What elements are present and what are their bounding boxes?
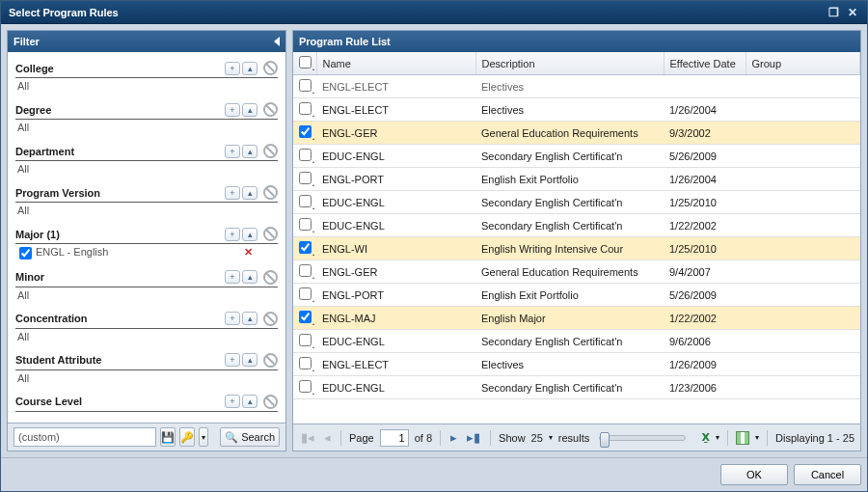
row-checkbox[interactable] bbox=[299, 357, 312, 369]
table-row[interactable]: ENGL-MAJEnglish Major1/22/2002 bbox=[293, 307, 860, 330]
clear-filter-icon[interactable] bbox=[263, 102, 278, 117]
clear-filter-icon[interactable] bbox=[263, 353, 278, 368]
filter-group-label: Concentration bbox=[15, 313, 88, 324]
add-filter-icon[interactable]: + bbox=[225, 103, 240, 117]
row-checkbox[interactable] bbox=[299, 149, 312, 161]
filter-group-header: Department+▴ bbox=[15, 141, 278, 161]
clear-filter-icon[interactable] bbox=[263, 270, 278, 285]
table-row[interactable]: ENGL-PORTEnglish Exit Portfolio1/26/2004 bbox=[293, 168, 860, 191]
clear-filter-icon[interactable] bbox=[263, 61, 278, 75]
expand-filter-icon[interactable]: ▴ bbox=[242, 312, 258, 325]
row-checkbox[interactable] bbox=[299, 241, 312, 254]
row-checkbox[interactable] bbox=[299, 79, 312, 92]
next-page-icon[interactable]: ▸ bbox=[448, 430, 459, 445]
collapse-panel-icon[interactable] bbox=[274, 37, 280, 46]
column-header-description[interactable]: Description bbox=[475, 52, 664, 75]
ok-button[interactable]: OK bbox=[720, 464, 788, 485]
table-row[interactable]: EDUC-ENGLSecondary English Certificat'n1… bbox=[293, 214, 860, 237]
export-menu-icon[interactable]: ▾ bbox=[716, 433, 719, 442]
table-row[interactable]: ENGL-ELECTElectives bbox=[293, 75, 860, 98]
add-filter-icon[interactable]: + bbox=[225, 145, 240, 158]
first-page-icon[interactable]: ▮◂ bbox=[299, 430, 316, 445]
select-all-checkbox[interactable] bbox=[299, 56, 312, 68]
expand-filter-icon[interactable]: ▴ bbox=[242, 62, 258, 75]
save-preset-icon[interactable]: 💾 bbox=[160, 427, 176, 447]
expand-filter-icon[interactable]: ▴ bbox=[242, 145, 258, 158]
row-checkbox[interactable] bbox=[299, 264, 312, 277]
filter-group-value: All bbox=[15, 203, 278, 220]
page-size-menu-icon[interactable]: ▾ bbox=[549, 433, 553, 442]
row-checkbox[interactable] bbox=[299, 218, 312, 231]
page-input[interactable] bbox=[380, 429, 409, 447]
clear-filter-icon[interactable] bbox=[263, 227, 278, 241]
table-row[interactable]: EDUC-ENGLSecondary English Certificat'n9… bbox=[293, 330, 860, 353]
add-filter-icon[interactable]: + bbox=[225, 62, 240, 75]
columns-menu-icon[interactable]: ▾ bbox=[755, 433, 759, 442]
column-header-effective-date[interactable]: Effective Date bbox=[664, 52, 746, 75]
expand-filter-icon[interactable]: ▴ bbox=[242, 103, 258, 117]
maximize-icon[interactable]: ❐ bbox=[827, 6, 840, 19]
cell-name: ENGL-GER bbox=[316, 260, 475, 284]
filter-group-label: Minor bbox=[15, 271, 44, 283]
page-size-value[interactable]: 25 bbox=[531, 432, 543, 444]
row-checkbox[interactable] bbox=[299, 195, 312, 207]
add-filter-icon[interactable]: + bbox=[225, 186, 240, 200]
row-checkbox[interactable] bbox=[299, 172, 312, 184]
table-row[interactable]: ENGL-GERGeneral Education Requirements9/… bbox=[293, 260, 860, 284]
expand-filter-icon[interactable]: ▴ bbox=[242, 270, 258, 284]
table-row[interactable]: ENGL-WIEnglish Writing Intensive Cour1/2… bbox=[293, 237, 860, 260]
table-row[interactable]: EDUC-ENGLSecondary English Certificat'n5… bbox=[293, 145, 860, 168]
add-filter-icon[interactable]: + bbox=[225, 312, 240, 325]
last-page-icon[interactable]: ▸▮ bbox=[465, 430, 482, 445]
expand-filter-icon[interactable]: ▴ bbox=[242, 395, 258, 408]
clear-filter-icon[interactable] bbox=[263, 185, 278, 200]
table-row[interactable]: ENGL-GERGeneral Education Requirements9/… bbox=[293, 122, 860, 145]
expand-filter-icon[interactable]: ▴ bbox=[242, 353, 258, 367]
row-checkbox[interactable] bbox=[299, 287, 312, 300]
row-checkbox[interactable] bbox=[299, 334, 312, 346]
add-filter-icon[interactable]: + bbox=[225, 270, 240, 284]
expand-filter-icon[interactable]: ▴ bbox=[242, 186, 258, 200]
filter-group-value: All bbox=[15, 370, 278, 388]
clear-filter-icon[interactable] bbox=[263, 395, 278, 409]
filter-group-value: All bbox=[15, 161, 278, 178]
results-slider[interactable] bbox=[599, 435, 686, 441]
table-row[interactable]: ENGL-ELECTElectives1/26/2004 bbox=[293, 98, 860, 122]
add-filter-icon[interactable]: + bbox=[225, 353, 240, 367]
open-preset-icon[interactable]: 🔑 bbox=[179, 427, 195, 447]
column-header-checkbox[interactable] bbox=[293, 52, 316, 75]
table-scroll-area[interactable]: Name Description Effective Date Group EN… bbox=[293, 52, 860, 406]
row-checkbox[interactable] bbox=[299, 380, 312, 393]
filter-value-checkbox[interactable] bbox=[19, 247, 32, 260]
add-filter-icon[interactable]: + bbox=[225, 395, 240, 408]
filter-group-value: All bbox=[15, 78, 278, 96]
filter-preset-input[interactable] bbox=[14, 427, 156, 447]
expand-filter-icon[interactable]: ▴ bbox=[242, 228, 258, 241]
row-checkbox[interactable] bbox=[299, 102, 312, 115]
cell-group bbox=[746, 145, 860, 168]
search-button[interactable]: 🔍 Search bbox=[220, 427, 280, 447]
separator bbox=[727, 430, 728, 446]
clear-filter-icon[interactable] bbox=[263, 144, 278, 158]
clear-filter-icon[interactable] bbox=[263, 312, 278, 326]
row-checkbox[interactable] bbox=[299, 311, 312, 323]
table-row[interactable]: ENGL-ELECTElectives1/26/2009 bbox=[293, 353, 860, 376]
row-checkbox[interactable] bbox=[299, 125, 312, 138]
add-filter-icon[interactable]: + bbox=[225, 228, 240, 241]
remove-filter-icon[interactable]: ✕ bbox=[244, 246, 278, 259]
horizontal-scrollbar[interactable] bbox=[293, 406, 860, 424]
close-icon[interactable]: ✕ bbox=[846, 6, 859, 19]
prev-page-icon[interactable]: ◂ bbox=[322, 430, 333, 445]
table-row[interactable]: ENGL-PORTEnglish Exit Portfolio5/26/2009 bbox=[293, 284, 860, 307]
preset-menu-icon[interactable]: ▾ bbox=[199, 427, 208, 447]
table-row[interactable]: EDUC-ENGLSecondary English Certificat'n1… bbox=[293, 191, 860, 214]
cancel-button[interactable]: Cancel bbox=[794, 464, 861, 485]
filter-scroll-area[interactable]: College+▴AllDegree+▴AllDepartment+▴AllPr… bbox=[8, 52, 285, 423]
cell-group bbox=[746, 122, 860, 145]
column-header-group[interactable]: Group bbox=[746, 52, 860, 75]
table-row[interactable]: EDUC-ENGLSecondary English Certificat'n1… bbox=[293, 376, 860, 399]
export-excel-icon[interactable]: X̱ bbox=[702, 431, 710, 444]
columns-icon[interactable] bbox=[736, 431, 749, 445]
column-header-name[interactable]: Name bbox=[316, 52, 475, 75]
filter-group-header: Minor+▴ bbox=[15, 267, 278, 287]
